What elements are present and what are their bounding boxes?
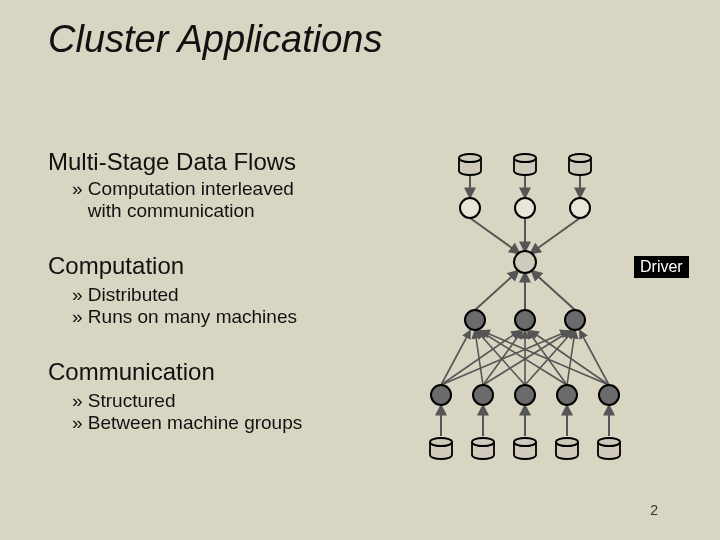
- svg-point-40: [473, 385, 493, 405]
- svg-point-31: [569, 154, 591, 162]
- svg-point-47: [556, 438, 578, 446]
- svg-line-8: [532, 271, 575, 310]
- svg-point-42: [557, 385, 577, 405]
- svg-point-37: [515, 310, 535, 330]
- svg-point-36: [465, 310, 485, 330]
- svg-line-18: [480, 331, 567, 385]
- svg-point-38: [565, 310, 585, 330]
- db-icon: [430, 438, 620, 459]
- svg-line-9: [441, 331, 470, 385]
- svg-point-48: [598, 438, 620, 446]
- section-heading-communication: Communication: [48, 358, 215, 386]
- svg-line-14: [483, 331, 570, 385]
- svg-line-23: [580, 331, 609, 385]
- svg-line-5: [531, 218, 580, 253]
- section-heading-dataflows: Multi-Stage Data Flows: [48, 148, 296, 176]
- section-heading-computation: Computation: [48, 252, 184, 280]
- bullet-communication-0: » Structured: [72, 390, 176, 412]
- driver-label: Driver: [634, 256, 689, 278]
- dataflow-diagram: [415, 150, 635, 470]
- bullet-computation-1: » Runs on many machines: [72, 306, 297, 328]
- db-icon: [459, 154, 591, 175]
- bullet-computation-0: » Distributed: [72, 284, 179, 306]
- svg-point-34: [570, 198, 590, 218]
- svg-line-12: [475, 331, 483, 385]
- svg-line-3: [470, 218, 519, 253]
- svg-line-6: [475, 271, 518, 310]
- svg-line-22: [531, 331, 609, 385]
- svg-point-30: [514, 154, 536, 162]
- svg-point-32: [460, 198, 480, 218]
- svg-point-43: [599, 385, 619, 405]
- svg-point-29: [459, 154, 481, 162]
- page-number: 2: [650, 502, 658, 518]
- svg-point-39: [431, 385, 451, 405]
- svg-point-44: [430, 438, 452, 446]
- bullet-dataflows-0: » Computation interleaved with communica…: [72, 178, 294, 222]
- svg-point-46: [514, 438, 536, 446]
- svg-point-35: [514, 251, 536, 273]
- bullet-communication-1: » Between machine groups: [72, 412, 302, 434]
- slide-title: Cluster Applications: [48, 18, 382, 61]
- svg-point-33: [515, 198, 535, 218]
- svg-point-45: [472, 438, 494, 446]
- svg-line-10: [441, 331, 519, 385]
- svg-point-41: [515, 385, 535, 405]
